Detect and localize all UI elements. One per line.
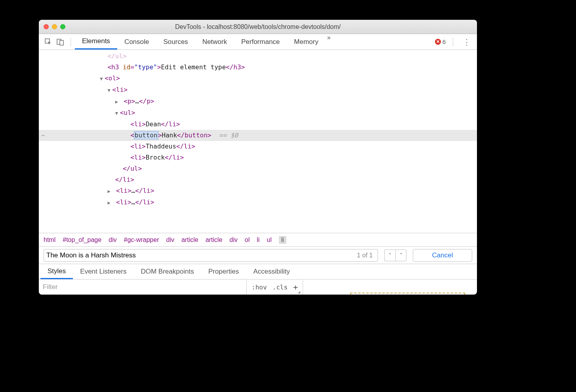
- dom-node[interactable]: <li>…</li>: [116, 198, 154, 206]
- toolbar-separator: [71, 38, 71, 46]
- dom-node[interactable]: <p>…</p>: [124, 97, 154, 105]
- settings-menu-icon[interactable]: ⋮: [460, 37, 473, 47]
- expand-arrow-icon[interactable]: ▼: [100, 73, 105, 84]
- breadcrumb: html #top_of_page div #gc-wrapper div ar…: [39, 233, 477, 246]
- tag-name-edit[interactable]: button: [134, 131, 158, 139]
- styles-tabs: Styles Event Listeners DOM Breakpoints P…: [39, 264, 477, 280]
- styles-filter-bar: :hov .cls +: [39, 280, 477, 295]
- tab-network[interactable]: Network: [195, 34, 234, 49]
- subtab-accessibility[interactable]: Accessibility: [246, 264, 297, 279]
- crumb-article[interactable]: article: [181, 236, 198, 244]
- styles-pane: [303, 280, 477, 295]
- selected-marker: == $0: [219, 131, 238, 139]
- subtab-event-listeners[interactable]: Event Listeners: [73, 264, 134, 279]
- crumb-ul[interactable]: ul: [267, 236, 271, 244]
- cls-toggle[interactable]: .cls: [273, 284, 288, 291]
- tab-sources[interactable]: Sources: [156, 34, 195, 49]
- traffic-lights: [44, 24, 65, 29]
- crumb-gc[interactable]: #gc-wrapper: [124, 236, 159, 244]
- devtools-window: DevTools - localhost:8080/web/tools/chro…: [39, 20, 477, 295]
- error-icon: ✕: [435, 39, 441, 45]
- dom-node[interactable]: <ul>: [120, 109, 135, 116]
- dom-node[interactable]: </ul>: [107, 52, 126, 60]
- dom-node[interactable]: <ol>: [105, 74, 120, 82]
- dom-node[interactable]: <li>Dean</li>: [130, 120, 180, 128]
- expand-arrow-icon[interactable]: ▶: [107, 186, 112, 197]
- dom-node[interactable]: </ul>: [123, 165, 142, 172]
- error-badge[interactable]: ✕ 6: [435, 38, 446, 45]
- search-box: 1 of 1: [44, 249, 378, 262]
- expand-arrow-icon[interactable]: ▶: [107, 197, 112, 208]
- dom-node[interactable]: <li>Brock</li>: [130, 154, 184, 161]
- close-window-button[interactable]: [44, 24, 49, 29]
- subtab-dom-breakpoints[interactable]: DOM Breakpoints: [134, 264, 201, 279]
- tab-console[interactable]: Console: [117, 34, 156, 49]
- crumb-article2[interactable]: article: [206, 236, 223, 244]
- expand-arrow-icon[interactable]: ▼: [115, 108, 120, 119]
- crumb-li[interactable]: li: [257, 236, 259, 244]
- titlebar: DevTools - localhost:8080/web/tools/chro…: [39, 20, 477, 34]
- search-input[interactable]: [46, 251, 355, 259]
- box-model-fragment: [350, 293, 465, 295]
- crumb-div3[interactable]: div: [229, 236, 237, 244]
- dom-node[interactable]: </li>: [115, 176, 134, 183]
- zoom-window-button[interactable]: [60, 24, 65, 29]
- crumb-ol[interactable]: ol: [245, 236, 250, 244]
- inspect-element-icon[interactable]: [43, 36, 54, 48]
- minimize-window-button[interactable]: [52, 24, 57, 29]
- window-title: DevTools - localhost:8080/web/tools/chro…: [39, 23, 477, 30]
- search-prev-button[interactable]: ˄: [384, 249, 395, 261]
- dom-tree[interactable]: </ul> <h3 id="type">Edit element type</h…: [39, 50, 477, 233]
- dom-node[interactable]: <li>Thaddeus</li>: [130, 143, 195, 150]
- new-style-rule-button[interactable]: +: [293, 282, 298, 292]
- search-count: 1 of 1: [355, 252, 375, 259]
- styles-filter-input[interactable]: [39, 280, 247, 295]
- crumb-html[interactable]: html: [44, 236, 55, 244]
- tab-memory[interactable]: Memory: [287, 34, 325, 49]
- more-tabs-icon[interactable]: »: [326, 34, 332, 49]
- expand-arrow-icon[interactable]: ▼: [107, 85, 112, 96]
- search-next-button[interactable]: ˅: [395, 249, 406, 261]
- dom-node[interactable]: <li>: [112, 86, 128, 93]
- svg-rect-2: [60, 40, 63, 45]
- main-toolbar: Elements Console Sources Network Perform…: [39, 34, 477, 50]
- cancel-button[interactable]: Cancel: [413, 249, 472, 262]
- dom-node[interactable]: <h3 id="type">Edit element type</h3>: [107, 63, 245, 71]
- error-count: 6: [442, 38, 446, 45]
- tab-elements[interactable]: Elements: [75, 34, 117, 49]
- search-bar: 1 of 1 ˄ ˅ Cancel: [39, 246, 477, 264]
- dom-node[interactable]: <li>…</li>: [116, 187, 154, 194]
- subtab-styles[interactable]: Styles: [40, 264, 73, 279]
- hov-toggle[interactable]: :hov: [252, 284, 267, 291]
- crumb-top[interactable]: #top_of_page: [63, 236, 101, 244]
- ellipsis-icon[interactable]: ⋯: [41, 130, 45, 141]
- toolbar-separator: [453, 38, 453, 46]
- panel-tabs: Elements Console Sources Network Perform…: [75, 34, 435, 49]
- crumb-div[interactable]: div: [109, 236, 116, 244]
- crumb-li-selected[interactable]: li: [279, 236, 286, 244]
- expand-arrow-icon[interactable]: ▶: [115, 96, 120, 107]
- subtab-properties[interactable]: Properties: [201, 264, 246, 279]
- dom-node-selected[interactable]: ⋯ <button>Hank</button> == $0: [39, 130, 477, 141]
- crumb-div2[interactable]: div: [166, 236, 174, 244]
- tab-performance[interactable]: Performance: [234, 34, 287, 49]
- device-toolbar-icon[interactable]: [55, 36, 66, 48]
